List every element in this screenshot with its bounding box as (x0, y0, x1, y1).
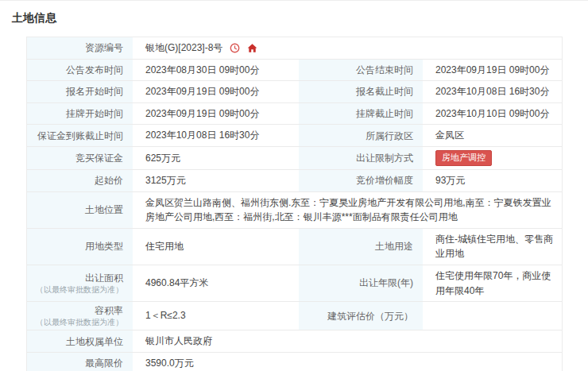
field-value-text: 金凤区贺兰山路南侧、福州街东侧.东至：宁夏昊业房地产开发有限公司用地,南至：宁夏… (145, 195, 554, 225)
table-row: 资源编号银地(G)[2023]-8号 (27, 37, 562, 60)
field-label: 起始价 (27, 170, 134, 191)
table-row: 保证金到账截止时间2023年10月08日 16时30分所属行政区金凤区 (27, 125, 562, 147)
field-label: 出让年限(年) (297, 265, 424, 301)
table-row: 土地位置金凤区贺兰山路南侧、福州街东侧.东至：宁夏昊业房地产开发有限公司用地,南… (27, 192, 562, 229)
field-label-text: 建筑评估价（万元） (327, 310, 413, 323)
field-label-text: 容积率 (95, 304, 123, 317)
field-label-text: 公告结束时间 (356, 64, 413, 76)
field-label-text: 起始价 (95, 174, 123, 187)
field-value: 住宅用地 (134, 229, 297, 265)
field-label-text: 报名截止时间 (356, 85, 413, 98)
field-label-text: 用地类型 (85, 240, 123, 253)
field-value: 房地产调控 (424, 147, 562, 169)
table-row: 土地权属单位银川市人民政府 (27, 330, 562, 353)
field-value: 4960.84平方米 (134, 265, 297, 301)
field-value: 3590.0万元 (134, 353, 562, 371)
field-label: 公告发布时间 (27, 60, 134, 81)
field-value: 2023年10月08日 16时30分 (134, 125, 297, 146)
table-row: 起始价3125万元竞价增价幅度93万元 (27, 170, 562, 192)
field-label-note: （以最终审批数据为准） (36, 284, 123, 295)
field-label-text: 挂牌开始时间 (66, 107, 123, 120)
field-label: 出让限制方式 (297, 147, 424, 169)
field-value-text: 住宅使用年限70年，商业使用年限40年 (435, 269, 554, 298)
field-label-text: 土地位置 (85, 203, 123, 216)
field-value: 625万元 (134, 147, 297, 169)
land-info-table: 资源编号银地(G)[2023]-8号公告发布时间2023年08月30日 09时0… (26, 37, 563, 371)
field-value: 商住-城镇住宅用地、零售商业用地 (424, 229, 562, 265)
clock-icon[interactable] (230, 43, 240, 53)
field-value-text: 金凤区 (435, 128, 464, 143)
field-label: 所属行政区 (297, 125, 424, 146)
field-value-text: 银地(G)[2023]-8号 (145, 41, 222, 56)
field-label: 用地类型 (27, 229, 134, 265)
field-label-text: 公告发布时间 (66, 64, 123, 76)
field-label-text: 最高限价 (85, 357, 123, 369)
field-label: 土地用途 (297, 229, 424, 265)
field-label: 报名开始时间 (27, 81, 134, 102)
field-label-text: 出让面积 (85, 272, 123, 284)
field-value-text: 2023年09月19日 09时00分 (145, 106, 259, 122)
field-label: 竞买保证金 (27, 147, 134, 169)
restriction-badge: 房地产调控 (435, 150, 492, 166)
field-label: 容积率（以最终审批数据为准） (27, 302, 134, 330)
field-label-text: 土地权属单位 (66, 335, 123, 348)
field-value: 银地(G)[2023]-8号 (134, 37, 562, 59)
field-label: 土地权属单位 (27, 330, 134, 352)
field-value-text: 银川市人民政府 (145, 334, 212, 349)
field-value: 2023年09月19日 09时00分 (134, 103, 297, 125)
field-value: 金凤区贺兰山路南侧、福州街东侧.东至：宁夏昊业房地产开发有限公司用地,南至：宁夏… (134, 192, 562, 228)
field-value: 2023年10月08日 16时30分 (424, 81, 562, 102)
field-value-text: 2023年10月08日 16时30分 (145, 128, 259, 143)
field-value-text: 1＜R≤2.3 (145, 308, 186, 323)
field-label-text: 挂牌截止时间 (356, 107, 413, 120)
field-value-text: 2023年10月10日 09时00分 (435, 106, 549, 122)
field-value: 2023年09月19日 09时00分 (134, 81, 297, 102)
field-value-text: 625万元 (145, 151, 180, 166)
field-value-text: 商住-城镇住宅用地、零售商业用地 (435, 232, 554, 261)
field-label-text: 报名开始时间 (66, 85, 123, 98)
field-value (424, 302, 562, 330)
field-value: 2023年10月10日 09时00分 (424, 103, 562, 125)
field-label: 挂牌开始时间 (27, 103, 134, 125)
table-row: 公告发布时间2023年08月30日 09时00分公告结束时间2023年09月19… (27, 60, 562, 82)
field-value: 3125万元 (134, 170, 297, 191)
field-label: 出让面积（以最终审批数据为准） (27, 265, 134, 301)
field-label: 土地位置 (27, 192, 134, 228)
field-value: 1＜R≤2.3 (134, 302, 297, 330)
field-label: 最高限价 (27, 353, 134, 371)
field-label-text: 出让年限(年) (359, 276, 413, 289)
field-label-text: 出让限制方式 (356, 152, 413, 164)
table-row: 容积率（以最终审批数据为准）1＜R≤2.3建筑评估价（万元） (27, 302, 562, 330)
field-label: 挂牌截止时间 (297, 103, 424, 125)
page-title: 土地信息 (0, 1, 588, 35)
table-row: 用地类型住宅用地土地用途商住-城镇住宅用地、零售商业用地 (27, 229, 562, 265)
field-value-text: 2023年09月19日 09时00分 (435, 63, 549, 78)
home-icon[interactable] (247, 43, 257, 53)
field-label: 建筑评估价（万元） (297, 302, 424, 330)
field-value-text: 93万元 (435, 173, 465, 188)
field-value-text: 2023年09月19日 09时00分 (145, 84, 259, 99)
field-label-text: 保证金到账截止时间 (37, 129, 123, 142)
field-value-text: 住宅用地 (145, 239, 184, 254)
field-value-text: 2023年08月30日 09时00分 (145, 63, 259, 78)
field-label: 竞价增价幅度 (297, 170, 424, 191)
field-value-text: 2023年10月08日 16时30分 (435, 84, 549, 99)
table-row: 报名开始时间2023年09月19日 09时00分报名截止时间2023年10月08… (27, 81, 562, 103)
field-value: 2023年09月19日 09时00分 (424, 60, 562, 81)
field-label: 保证金到账截止时间 (27, 125, 134, 146)
field-label-text: 土地用途 (375, 240, 413, 253)
field-value-text: 4960.84平方米 (145, 276, 208, 291)
field-label: 公告结束时间 (297, 60, 424, 81)
field-label-text: 竞价增价幅度 (356, 174, 413, 187)
field-label-text: 竞买保证金 (75, 152, 123, 164)
table-row: 竞买保证金625万元出让限制方式房地产调控 (27, 147, 562, 170)
field-value: 金凤区 (424, 125, 562, 146)
field-label-note: （以最终审批数据为准） (36, 317, 123, 327)
field-value: 93万元 (424, 170, 562, 191)
field-label: 资源编号 (27, 37, 134, 59)
field-label: 报名截止时间 (297, 81, 424, 102)
field-label-text: 资源编号 (85, 41, 123, 54)
field-label-text: 所属行政区 (366, 129, 413, 142)
field-value: 住宅使用年限70年，商业使用年限40年 (424, 265, 562, 301)
field-value: 银川市人民政府 (134, 330, 562, 352)
